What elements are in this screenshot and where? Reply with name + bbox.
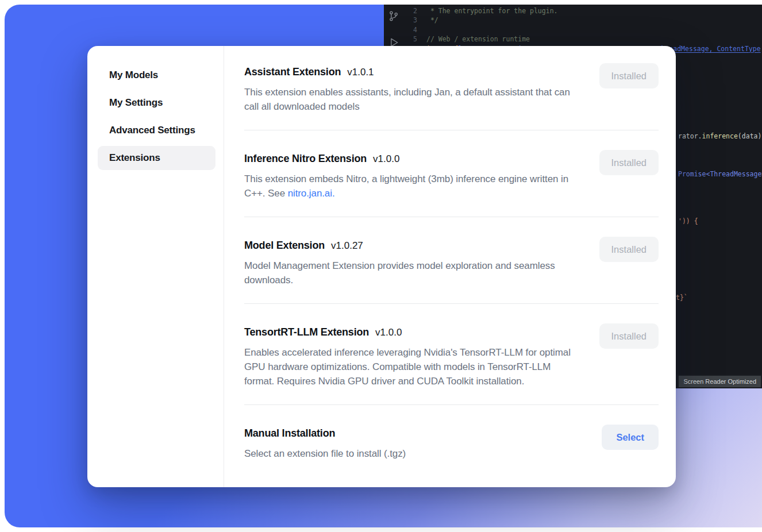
installed-button[interactable]: Installed <box>599 63 659 88</box>
installed-button[interactable]: Installed <box>599 323 659 349</box>
code-fragment: rator.inference(data)); <box>678 132 762 140</box>
extension-row-model: Model Extensionv1.0.27 Model Management … <box>244 217 659 304</box>
extension-title: TensortRT-LLM Extension <box>244 326 369 338</box>
manual-installation-row: Manual Installation Select an extension … <box>244 405 659 477</box>
sidebar-item-extensions[interactable]: Extensions <box>98 146 215 170</box>
installed-button[interactable]: Installed <box>599 150 659 175</box>
code-fragment: ')) { <box>678 217 698 225</box>
installed-button[interactable]: Installed <box>599 237 659 262</box>
extension-row-nitro: Inference Nitro Extensionv1.0.0 This ext… <box>244 130 659 217</box>
code-line: 2 * The entrypoint for the plugin. <box>403 6 762 16</box>
code-line: 4 <box>403 25 762 34</box>
code-line: 3 */ <box>403 16 762 25</box>
settings-sidebar: My Models My Settings Advanced Settings … <box>87 46 224 487</box>
line-number: 4 <box>403 25 426 34</box>
nitro-jan-ai-link[interactable]: nitro.jan.ai. <box>288 188 335 199</box>
extensions-panel: Assistant Extensionv1.0.1 This extension… <box>224 46 676 487</box>
extension-description: Enables accelerated inference leveraging… <box>244 345 583 388</box>
code-fragment: Promise<ThreadMessage> <box>678 170 762 178</box>
extension-version: v1.0.27 <box>331 240 363 251</box>
sidebar-item-advanced-settings[interactable]: Advanced Settings <box>98 118 215 142</box>
manual-installation-title: Manual Installation <box>244 427 335 439</box>
settings-modal: My Models My Settings Advanced Settings … <box>87 46 676 487</box>
extension-title: Inference Nitro Extension <box>244 153 367 164</box>
extension-version: v1.0.1 <box>347 67 374 78</box>
extension-row-assistant: Assistant Extensionv1.0.1 This extension… <box>244 46 659 130</box>
sidebar-item-my-settings[interactable]: My Settings <box>98 91 215 115</box>
extension-description: This extension enables assistants, inclu… <box>244 85 583 114</box>
line-number: 5 <box>403 34 426 44</box>
extension-version: v1.0.0 <box>375 327 402 338</box>
source-control-icon <box>388 10 399 22</box>
extension-row-tensorrt: TensortRT-LLM Extensionv1.0.0 Enables ac… <box>244 304 659 405</box>
page: 2 * The entrypoint for the plugin. 3 */ … <box>0 0 762 532</box>
extension-description: Model Management Extension provides mode… <box>244 259 583 287</box>
extension-version: v1.0.0 <box>373 153 399 164</box>
select-file-button[interactable]: Select <box>602 425 659 450</box>
code-line: 5 // Web / extension runtime <box>403 34 762 44</box>
extension-description: This extension embeds Nitro, a lightweig… <box>244 172 583 201</box>
manual-installation-description: Select an extension file to install (.tg… <box>244 446 406 461</box>
code-fragment: t}` <box>676 294 688 302</box>
line-number: 2 <box>403 6 426 16</box>
screen-reader-badge: Screen Reader Optimized <box>679 376 761 387</box>
extension-title: Model Extension <box>244 240 325 251</box>
line-number: 3 <box>403 16 426 25</box>
sidebar-item-my-models[interactable]: My Models <box>98 63 215 87</box>
extension-title: Assistant Extension <box>244 66 341 78</box>
